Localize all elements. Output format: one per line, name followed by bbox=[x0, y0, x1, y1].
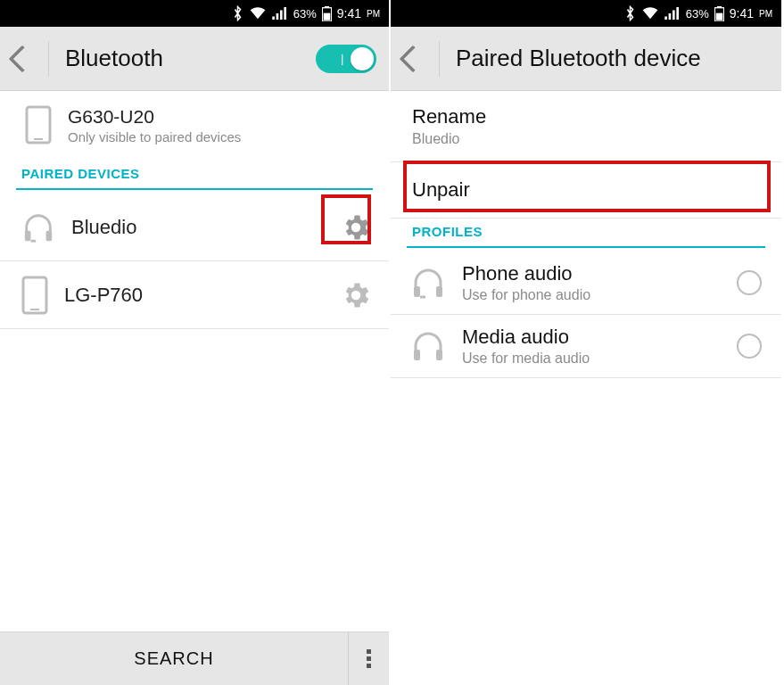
screen-bluetooth: 63% 9:41 PM Bluetooth | G630-U20 Only vi… bbox=[0, 0, 391, 685]
phone-icon bbox=[21, 276, 48, 315]
profile-checkbox[interactable] bbox=[737, 270, 762, 295]
clock-ampm: PM bbox=[759, 9, 772, 19]
header-divider bbox=[48, 41, 49, 77]
svg-rect-14 bbox=[668, 13, 671, 20]
self-device-text: G630-U20 Only visible to paired devices bbox=[68, 106, 241, 144]
signal-icon bbox=[664, 7, 681, 20]
svg-rect-1 bbox=[276, 13, 278, 20]
header-divider bbox=[439, 41, 440, 77]
rename-item[interactable]: Rename Bluedio bbox=[391, 91, 781, 162]
content-area: G630-U20 Only visible to paired devices … bbox=[0, 91, 389, 685]
section-underline bbox=[16, 188, 373, 190]
header-bar: Bluetooth | bbox=[0, 27, 389, 91]
svg-rect-8 bbox=[34, 138, 43, 140]
clock-time: 9:41 bbox=[337, 6, 361, 21]
back-icon[interactable] bbox=[8, 45, 36, 72]
status-bar: 63% 9:41 PM bbox=[391, 0, 781, 27]
battery-percent: 63% bbox=[686, 7, 709, 21]
battery-icon bbox=[322, 6, 332, 21]
svg-rect-2 bbox=[280, 11, 283, 21]
bluetooth-icon bbox=[624, 5, 636, 21]
section-underline bbox=[407, 246, 765, 248]
profile-subtitle: Use for phone audio bbox=[462, 287, 590, 303]
profile-checkbox[interactable] bbox=[737, 334, 762, 359]
profile-phone-audio[interactable]: Phone audio Use for phone audio bbox=[391, 252, 781, 315]
svg-rect-10 bbox=[46, 230, 53, 240]
profiles-label: PROFILES bbox=[391, 219, 781, 246]
profile-text: Media audio Use for media audio bbox=[462, 326, 590, 367]
self-device-subtitle: Only visible to paired devices bbox=[68, 129, 241, 144]
svg-rect-13 bbox=[664, 17, 667, 21]
profile-text: Phone audio Use for phone audio bbox=[462, 262, 590, 303]
svg-rect-15 bbox=[673, 11, 675, 21]
profile-title: Phone audio bbox=[462, 262, 590, 285]
self-device-row[interactable]: G630-U20 Only visible to paired devices bbox=[0, 91, 389, 161]
headset-icon bbox=[410, 265, 446, 301]
headphones-icon bbox=[410, 328, 446, 364]
wifi-icon bbox=[641, 7, 659, 21]
phone-icon bbox=[25, 105, 52, 144]
svg-rect-9 bbox=[25, 230, 31, 240]
svg-rect-3 bbox=[284, 7, 286, 20]
self-device-name: G630-U20 bbox=[68, 106, 241, 128]
profile-subtitle: Use for media audio bbox=[462, 351, 590, 367]
battery-percent: 63% bbox=[293, 7, 317, 21]
svg-rect-12 bbox=[30, 309, 39, 310]
svg-rect-6 bbox=[323, 12, 330, 20]
battery-icon bbox=[714, 6, 724, 21]
highlight-box bbox=[321, 194, 371, 244]
device-name: Bluedio bbox=[71, 216, 321, 239]
paired-devices-label: PAIRED DEVICES bbox=[0, 161, 389, 188]
device-settings-button[interactable] bbox=[337, 276, 375, 314]
signal-icon bbox=[272, 7, 288, 20]
device-name: LG-P760 bbox=[64, 284, 321, 307]
wifi-icon bbox=[249, 7, 267, 21]
profile-title: Media audio bbox=[462, 326, 590, 349]
toggle-indicator: | bbox=[341, 52, 343, 65]
svg-rect-23 bbox=[436, 350, 442, 360]
back-icon[interactable] bbox=[399, 45, 426, 72]
overflow-menu-button[interactable] bbox=[348, 632, 389, 685]
clock-time: 9:41 bbox=[730, 6, 754, 21]
rename-label: Rename bbox=[412, 105, 760, 128]
search-button[interactable]: SEARCH bbox=[0, 648, 348, 669]
header-bar: Paired Bluetooth device bbox=[391, 27, 781, 91]
page-title: Bluetooth bbox=[65, 45, 303, 72]
svg-rect-20 bbox=[414, 286, 420, 297]
bluetooth-toggle[interactable]: | bbox=[316, 45, 376, 73]
bluetooth-icon bbox=[232, 5, 243, 21]
clock-ampm: PM bbox=[367, 9, 380, 19]
svg-rect-11 bbox=[23, 277, 46, 313]
svg-rect-22 bbox=[414, 350, 420, 360]
highlight-box bbox=[403, 161, 771, 212]
rename-value: Bluedio bbox=[412, 131, 760, 147]
headphones-icon bbox=[21, 210, 55, 244]
svg-rect-16 bbox=[676, 7, 679, 20]
svg-rect-19 bbox=[715, 12, 722, 20]
svg-rect-7 bbox=[27, 107, 50, 143]
status-bar: 63% 9:41 PM bbox=[0, 0, 389, 27]
footer-bar: SEARCH bbox=[0, 631, 389, 685]
profile-media-audio[interactable]: Media audio Use for media audio bbox=[391, 315, 781, 378]
svg-rect-0 bbox=[272, 17, 275, 21]
page-title: Paired Bluetooth device bbox=[456, 45, 769, 72]
paired-device-lg[interactable]: LG-P760 bbox=[0, 261, 389, 329]
screen-paired-device: 63% 9:41 PM Paired Bluetooth device Rena… bbox=[391, 0, 781, 685]
svg-rect-21 bbox=[436, 286, 442, 297]
